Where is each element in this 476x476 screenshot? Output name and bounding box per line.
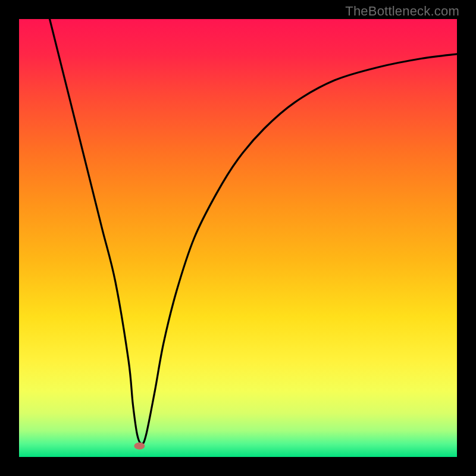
chart-frame: TheBottleneck.com (0, 0, 476, 476)
watermark-text: TheBottleneck.com (345, 4, 459, 19)
bottleneck-chart (19, 19, 457, 457)
min-point-marker (134, 443, 145, 450)
plot-area (19, 19, 457, 457)
gradient-background (19, 19, 457, 457)
